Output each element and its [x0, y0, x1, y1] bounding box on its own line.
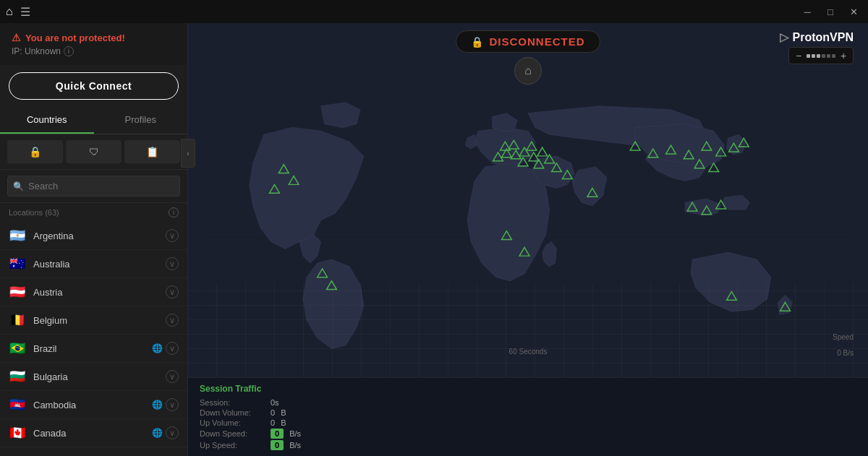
stat-row-up-volume: Up Volume: 0 B — [200, 418, 301, 427]
country-item-bulgaria[interactable]: 🇧🇬 Bulgaria ∨ — [0, 363, 187, 391]
stat-row-down-volume: Down Volume: 0 B — [200, 408, 301, 417]
up-speed-label: Up Speed: — [200, 441, 265, 449]
lock-icon: 🔒 — [29, 146, 41, 158]
stats-column-main: Session Traffic Session: 0s Down Volume:… — [200, 384, 301, 450]
flag-bulgaria: 🇧🇬 — [9, 370, 26, 383]
country-name-austria: Austria — [33, 287, 166, 298]
brand-label: ProtonVPN — [793, 31, 854, 44]
chevron-down-icon[interactable]: ∨ — [166, 229, 179, 242]
country-name-australia: Australia — [33, 259, 166, 270]
country-name-belgium: Belgium — [33, 315, 166, 326]
flag-argentina: 🇦🇷 — [9, 229, 26, 242]
quick-connect-button[interactable]: Quick Connect — [9, 72, 179, 100]
p2p-icon: 📋 — [146, 146, 158, 158]
flag-austria: 🇦🇹 — [9, 285, 26, 298]
protonvpn-logo-icon: ▷ — [780, 30, 788, 44]
app-logo-icon: ⌂ — [6, 5, 13, 18]
country-name-cambodia: Cambodia — [33, 400, 152, 410]
country-name-argentina: Argentina — [33, 231, 166, 241]
globe-icon-cambodia: 🌐 — [152, 400, 163, 410]
down-volume-label: Down Volume: — [200, 408, 265, 417]
minimize-button[interactable]: ─ — [799, 3, 816, 20]
up-speed-unit: B/s — [289, 441, 301, 449]
search-input[interactable] — [7, 176, 180, 197]
map-area: ‹ 🔒 DISCONNECTED ⌂ ▷ ProtonVPN − — [188, 23, 868, 456]
down-speed-label: Down Speed: — [200, 429, 265, 438]
ip-label: IP: Unknown — [12, 46, 61, 56]
flag-brazil: 🇧🇷 — [9, 342, 26, 355]
tab-countries[interactable]: Countries — [0, 107, 94, 134]
country-icons-belgium: ∨ — [166, 314, 179, 327]
maximize-button[interactable]: □ — [822, 3, 839, 20]
zoom-dot-2 — [812, 54, 815, 58]
chevron-down-icon-australia[interactable]: ∨ — [166, 257, 179, 270]
tab-profiles[interactable]: Profiles — [94, 107, 188, 134]
warning-text: You are not protected! — [25, 33, 125, 43]
session-value: 0s — [271, 398, 279, 407]
country-icons-bulgaria: ∨ — [166, 370, 179, 383]
country-item-brazil[interactable]: 🇧🇷 Brazil 🌐 ∨ — [0, 335, 187, 363]
titlebar: ⌂ ☰ ─ □ ✕ — [0, 0, 868, 23]
up-volume-unit: B — [281, 418, 286, 427]
stat-row-session: Session: 0s — [200, 398, 301, 407]
map-header: 🔒 DISCONNECTED ⌂ ▷ ProtonVPN − — [188, 23, 868, 92]
country-item-austria[interactable]: 🇦🇹 Austria ∨ — [0, 278, 187, 306]
flag-australia: 🇦🇺 — [9, 257, 26, 270]
country-item-canada[interactable]: 🇨🇦 Canada 🌐 ∨ — [0, 419, 187, 447]
country-item-belgium[interactable]: 🇧🇪 Belgium ∨ — [0, 306, 187, 335]
chevron-down-icon-cambodia[interactable]: ∨ — [166, 398, 179, 411]
zoom-dot-3 — [817, 54, 820, 58]
connection-status: 🔒 DISCONNECTED ⌂ — [456, 30, 600, 85]
zoom-controls: − + — [788, 47, 854, 64]
down-volume-value: 0 — [271, 408, 275, 417]
chevron-down-icon-brazil[interactable]: ∨ — [166, 342, 179, 355]
warning-icon: ⚠ — [12, 32, 21, 43]
tab-bar: Countries Profiles — [0, 107, 187, 134]
main-content: ⚠ You are not protected! IP: Unknown i Q… — [0, 23, 868, 456]
stat-row-down-speed: Down Speed: 0 B/s — [200, 429, 301, 439]
up-volume-value: 0 — [271, 418, 275, 427]
sidebar: ⚠ You are not protected! IP: Unknown i Q… — [0, 23, 188, 456]
zoom-out-button[interactable]: − — [792, 49, 805, 62]
locations-count: Locations (63) — [9, 208, 59, 217]
chevron-down-icon-canada[interactable]: ∨ — [166, 426, 179, 439]
secure-core-filter-button[interactable]: 🔒 — [7, 140, 63, 163]
country-name-canada: Canada — [33, 428, 152, 439]
p2p-filter-button[interactable]: 📋 — [124, 140, 180, 163]
zoom-dots — [807, 54, 835, 58]
stat-row-up-speed: Up Speed: 0 B/s — [200, 440, 301, 450]
chevron-down-icon-belgium[interactable]: ∨ — [166, 314, 179, 327]
chevron-down-icon-bulgaria[interactable]: ∨ — [166, 370, 179, 383]
down-speed-unit: B/s — [289, 429, 301, 438]
country-icons: ∨ — [166, 229, 179, 242]
brand-area: ▷ ProtonVPN − + — [780, 30, 854, 64]
close-button[interactable]: ✕ — [845, 3, 862, 20]
flag-belgium: 🇧🇪 — [9, 314, 26, 327]
up-volume-label: Up Volume: — [200, 418, 265, 427]
country-icons-canada: 🌐 ∨ — [152, 426, 179, 439]
vpn-filter-button[interactable]: 🛡 — [66, 140, 122, 163]
ip-info-icon[interactable]: i — [64, 46, 74, 56]
chevron-down-icon-austria[interactable]: ∨ — [166, 285, 179, 298]
status-pill: 🔒 DISCONNECTED — [456, 30, 600, 53]
down-volume-unit: B — [281, 408, 286, 417]
connection-status-text: DISCONNECTED — [489, 35, 584, 48]
zoom-in-button[interactable]: + — [837, 49, 850, 62]
hamburger-icon[interactable]: ☰ — [20, 5, 30, 19]
ip-info: IP: Unknown i — [12, 46, 176, 56]
globe-icon-canada: 🌐 — [152, 428, 163, 438]
speed-graph-grid — [188, 283, 868, 377]
sidebar-collapse-button[interactable]: ‹ — [181, 139, 195, 168]
country-item-cambodia[interactable]: 🇰🇭 Cambodia 🌐 ∨ — [0, 391, 187, 419]
country-item-australia[interactable]: 🇦🇺 Australia ∨ — [0, 250, 187, 278]
search-wrapper: 🔍 — [7, 176, 180, 197]
up-speed-badge: 0 — [271, 440, 284, 450]
zoom-dot-6 — [832, 54, 835, 58]
home-button[interactable]: ⌂ — [514, 57, 542, 85]
country-item-argentina[interactable]: 🇦🇷 Argentina ∨ — [0, 222, 187, 250]
search-icon: 🔍 — [13, 181, 24, 192]
stats-title: Session Traffic — [200, 384, 301, 394]
country-name-brazil: Brazil — [33, 343, 152, 354]
speed-right-value: 0 B/s — [837, 349, 854, 357]
locations-info-icon[interactable]: i — [169, 207, 179, 218]
